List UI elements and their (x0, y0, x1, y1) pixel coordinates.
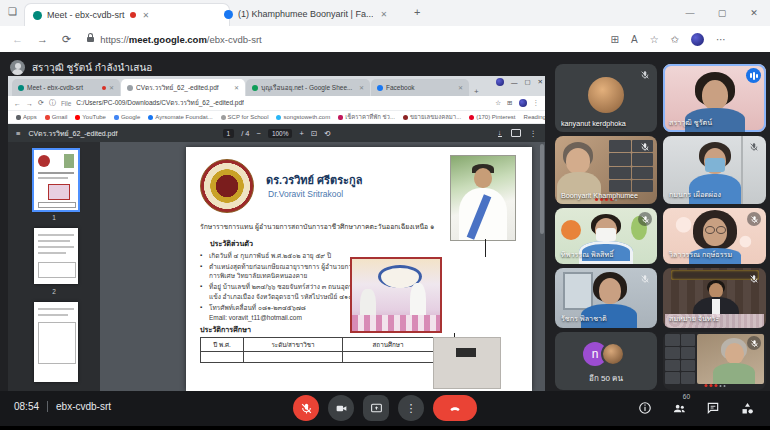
participant-name: kanyanut kerdphoka (561, 119, 626, 128)
more-participants-tile[interactable]: n อีก 50 คน (555, 332, 657, 390)
settings-menu-icon[interactable]: ⋯ (716, 34, 726, 45)
shared-screen-tile[interactable]: Meet - ebx-cvdb-srt ✕ CVดร.วรวิทย์_62_-e… (8, 76, 545, 391)
shared-tab-sheets: บุญเรือนอยุ.net - Google Shee... ✕ (246, 79, 370, 96)
activities-button[interactable] (738, 399, 756, 417)
participant-tile-sommai[interactable]: สมหมาย จันทระ (663, 268, 766, 328)
participant-name: สมหมาย จันทระ (669, 313, 719, 324)
presenting-banner: สราวุฒิ ชูรัตน์ กำลังนำเสนอ (10, 60, 152, 75)
bookmark-star-icon: ☆ (495, 99, 501, 107)
pdf-thumbnail-1 (34, 150, 78, 210)
address-text: C:/Users/PC-009/Downloads/CVดร.วรวิทย์_6… (76, 98, 244, 108)
meet-main-area: สราวุฒิ ชูรัตน์ กำลังนำเสนอ Meet - ebx-c… (0, 52, 770, 391)
minimize-button[interactable]: — (674, 0, 706, 26)
close-tab-icon[interactable]: ✕ (380, 10, 387, 19)
participant-tile-boonyarit[interactable]: Boonyarit Khamphumee (555, 136, 657, 204)
browser-tab-meet[interactable]: Meet - ebx-cvdb-srt ✕ (24, 3, 230, 26)
glasses (705, 226, 715, 234)
participant-tile-ratchakorn[interactable]: รัชกร พิลาชาติ (555, 268, 657, 328)
shared-address-bar: ← → ⟳ ⓘ File C:/Users/PC-009/Downloads/C… (8, 96, 545, 111)
mic-off-icon (747, 140, 761, 154)
face-mask (596, 228, 616, 241)
recording-indicator-icon (130, 12, 136, 18)
facebook-icon (148, 115, 153, 120)
maximize-button[interactable]: ▢ (706, 0, 738, 26)
address-label: File (61, 100, 71, 107)
shared-tab-meet: Meet - ebx-cvdb-srt ✕ (12, 79, 120, 96)
browser-tab-facebook[interactable]: (1) Khamphumee Boonyarit | Fa... ✕ (216, 3, 420, 25)
camera-toggle-button[interactable] (328, 395, 354, 421)
chat-panel-button[interactable] (704, 399, 722, 417)
forward-icon[interactable]: → (37, 33, 48, 45)
bookmark-item: Gmail (45, 114, 68, 120)
chrome-profile-avatar (496, 78, 504, 86)
participant-tile-kamonkorn[interactable]: กมนกร เผือดผ่อง (663, 136, 766, 204)
shared-tab-title: Meet - ebx-cvdb-srt (27, 84, 99, 91)
participant-tile-wilawan[interactable]: วิลาวรรณ กฤษ์ธรรม (663, 208, 766, 264)
end-call-button[interactable] (433, 395, 477, 421)
pdf-viewer: 1 2 (8, 142, 545, 391)
participant-tile-screenview[interactable] (663, 332, 766, 390)
reading-list: Reading list (524, 114, 545, 120)
participant-name: รัชกร พิลาชาติ (561, 313, 607, 324)
bookmark-item: ขยายเลขมงคลมา... (403, 112, 461, 122)
browser-tab-title: (1) Khamphumee Boonyarit | Fa... (238, 9, 373, 19)
pdf-page: ดร.วรวิทย์ ศรีตระกูล Dr.Voravit Sritrako… (186, 147, 532, 391)
shared-window-controls: — ▢ ✕ (496, 78, 543, 86)
bookmark-item: (170) Pinterest (469, 114, 515, 120)
people-panel-button[interactable]: 60 (670, 399, 688, 417)
shared-bookmarks-bar: Apps Gmail YouTube Google Ayrsomate Foun… (8, 111, 545, 124)
favorites-icon[interactable]: ☆ (650, 34, 659, 45)
meet-bottom-bar: 08:54 ebx-cvdb-srt ⋮ 60 (0, 391, 770, 426)
vertical-tabs-icon[interactable]: ❏ (8, 6, 17, 17)
close-button[interactable]: ✕ (738, 0, 770, 26)
back-icon[interactable]: ← (12, 33, 23, 45)
pdf-menu-icon: ≡ (16, 129, 20, 138)
url-protocol: https:// (100, 34, 129, 45)
participant-tile-sarawut[interactable]: สราวุฒิ ชูรัตน์ (663, 64, 766, 132)
maximize-button: ▢ (524, 78, 530, 86)
shared-tab-facebook: Facebook ✕ (371, 79, 469, 96)
facebook-favicon (377, 85, 383, 91)
more-options-button[interactable]: ⋮ (398, 395, 424, 421)
meet-favicon (33, 11, 42, 20)
window-frame (563, 272, 593, 310)
bookmark-item: YouTube (75, 114, 106, 120)
browser-toolbar-icons: ⊞ A ☆ ✩ ⋯ (611, 26, 726, 52)
apps-icon (16, 115, 21, 120)
present-button[interactable] (363, 395, 389, 421)
reload-icon[interactable]: ⟳ (62, 33, 71, 46)
sheets-favicon (252, 85, 258, 91)
url-field[interactable]: https://meet.google.com/ebx-cvdb-srt (100, 34, 262, 45)
close-tab-icon[interactable]: ✕ (143, 11, 150, 20)
participant-tile-thippawan[interactable]: ทิพวรรณ พิลสิทธิ์ (555, 208, 657, 264)
meeting-details-button[interactable] (636, 399, 654, 417)
collections-icon[interactable]: ✩ (671, 34, 679, 45)
portrait-photo (450, 155, 516, 241)
lock-icon[interactable] (87, 37, 94, 42)
tab-actions-icon[interactable]: ⊞ (611, 34, 619, 45)
info-icon: ⓘ (49, 98, 56, 108)
close-tab-icon: ✕ (359, 84, 364, 91)
shared-tab-pdf: CVดร.วรวิทย์_62_-edited.pdf ✕ (121, 79, 245, 96)
pdf-filename: CVดร.วรวิทย์_62_-edited.pdf (28, 128, 117, 139)
meeting-panels: 60 (636, 399, 756, 417)
pdf-thumbnail-2-number: 2 (8, 288, 100, 295)
participant-tile-kanyanut[interactable]: kanyanut kerdphoka (555, 64, 657, 132)
read-aloud-icon[interactable]: A (631, 34, 638, 45)
url-host: meet.google.com (129, 34, 207, 45)
close-tab-icon: ✕ (234, 84, 239, 91)
minimize-button: — (511, 79, 518, 86)
pdf-thumbnail-panel: 1 2 (8, 142, 100, 391)
bookmark-item: เช็คราคาที่พัก ช่ว... (338, 112, 395, 122)
bookmark-item: Apps (16, 114, 37, 120)
new-tab-button[interactable]: + (414, 6, 420, 18)
participant-name: Boonyarit Khamphumee (561, 191, 638, 200)
table-header-cell: ระดับ/สาขาวิชา (244, 338, 343, 351)
pinterest-icon (469, 115, 474, 120)
rotate-icon: ⟲ (324, 129, 330, 138)
call-controls: ⋮ (293, 395, 477, 421)
mic-toggle-button[interactable] (293, 395, 319, 421)
pdf-thumbnail-2 (34, 228, 78, 284)
profile-avatar[interactable] (691, 33, 704, 46)
meeting-info: 08:54 ebx-cvdb-srt (14, 401, 111, 412)
